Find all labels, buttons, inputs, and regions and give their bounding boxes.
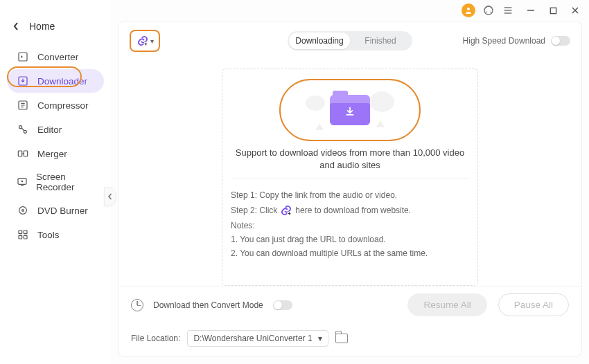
menu-icon[interactable] [502, 4, 514, 17]
file-location-row: File Location: D:\Wondershare UniConvert… [131, 330, 569, 347]
chevron-left-icon [107, 193, 113, 200]
file-location-label: File Location: [131, 334, 180, 343]
notes-heading: Notes: [231, 221, 469, 230]
main-panel: ▾ Downloading Finished High Speed Downlo… [118, 21, 582, 357]
sidebar-item-merger[interactable]: Merger [7, 142, 104, 165]
sidebar-collapse-handle[interactable] [104, 187, 116, 206]
bottom-actions: Resume All Pause All [407, 293, 569, 316]
editor-icon [17, 123, 29, 136]
steps-list: Step 1: Copy the link from the audio or … [231, 179, 469, 258]
step-1: Step 1: Copy the link from the audio or … [231, 190, 469, 200]
paste-url-button[interactable]: ▾ [130, 30, 160, 52]
home-label: Home [29, 21, 55, 32]
home-header[interactable]: Home [0, 15, 111, 44]
sidebar-item-downloader[interactable]: Downloader [7, 69, 104, 93]
svg-point-12 [19, 207, 27, 215]
instructions-panel: Support to download videos from more tha… [222, 69, 478, 286]
cloud-icon [369, 91, 394, 112]
chevron-left-icon [12, 21, 19, 31]
downloader-icon [17, 75, 29, 87]
user-avatar[interactable] [461, 3, 475, 17]
resume-all-button[interactable]: Resume All [407, 293, 486, 316]
sidebar: Home Converter Downloader Compressor Edi… [0, 0, 111, 364]
sidebar-item-label: Compressor [37, 100, 89, 111]
bottom-bar: Download then Convert Mode Resume All Pa… [118, 286, 581, 356]
merger-icon [17, 147, 29, 160]
sidebar-item-label: Editor [37, 125, 62, 135]
drop-zone[interactable] [279, 79, 421, 141]
sidebar-item-label: Tools [37, 230, 60, 240]
svg-rect-14 [19, 230, 22, 234]
caret-down-icon: ▾ [150, 37, 154, 45]
sidebar-item-label: Screen Recorder [36, 172, 94, 192]
high-speed-download: High Speed Download [463, 36, 570, 46]
schedule-icon[interactable] [131, 299, 143, 311]
svg-rect-15 [24, 230, 27, 234]
svg-rect-2 [550, 8, 556, 13]
download-tabs: Downloading Finished [288, 31, 412, 51]
main-topbar: ▾ Downloading Finished High Speed Downlo… [118, 21, 581, 59]
pause-all-button[interactable]: Pause All [498, 293, 569, 316]
decoration-icon [376, 120, 385, 127]
converter-icon [17, 51, 29, 63]
caret-down-icon: ▾ [318, 334, 322, 343]
sidebar-item-tools[interactable]: Tools [7, 223, 104, 246]
svg-point-13 [22, 210, 24, 212]
svg-point-0 [467, 8, 470, 10]
dvd-burner-icon [17, 204, 29, 217]
sidebar-item-label: Downloader [37, 76, 87, 87]
svg-rect-16 [19, 235, 22, 239]
sidebar-item-dvd-burner[interactable]: DVD Burner [7, 199, 104, 222]
convert-mode-label: Download then Convert Mode [153, 300, 263, 310]
step-2-prefix: Step 2: Click [231, 206, 277, 215]
close-button[interactable] [570, 5, 581, 16]
download-arrow-icon [344, 106, 355, 117]
file-location-value: D:\Wondershare UniConverter 1 [193, 334, 312, 343]
person-icon [464, 6, 473, 15]
step-2-suffix: here to download from website. [295, 206, 411, 215]
bottom-left-group: Download then Convert Mode [131, 299, 292, 311]
minimize-button[interactable] [525, 5, 536, 16]
content-area: Support to download videos from more tha… [118, 59, 581, 286]
note-1: 1. You can just drag the URL to download… [231, 235, 469, 244]
open-folder-button[interactable] [335, 334, 348, 343]
sidebar-item-converter[interactable]: Converter [7, 45, 104, 69]
step-2: Step 2: Click here to download from webs… [231, 204, 469, 217]
window-titlebar [461, 0, 589, 21]
svg-rect-9 [24, 151, 27, 156]
link-plus-icon [137, 35, 149, 47]
svg-rect-17 [24, 235, 27, 239]
file-location-select[interactable]: D:\Wondershare UniConverter 1 ▾ [187, 330, 328, 347]
convert-mode-toggle[interactable] [273, 300, 292, 310]
sidebar-item-screen-recorder[interactable]: Screen Recorder [7, 166, 104, 198]
sidebar-item-label: DVD Burner [37, 206, 88, 216]
tab-downloading[interactable]: Downloading [289, 33, 350, 49]
sidebar-item-compressor[interactable]: Compressor [7, 93, 104, 117]
sidebar-item-label: Merger [37, 149, 67, 159]
high-speed-label: High Speed Download [463, 36, 545, 46]
sidebar-item-label: Converter [37, 52, 78, 62]
tab-finished[interactable]: Finished [350, 33, 411, 49]
tools-icon [17, 228, 29, 241]
cloud-icon [306, 95, 325, 111]
sidebar-item-editor[interactable]: Editor [7, 118, 104, 141]
download-folder-icon [330, 95, 370, 125]
maximize-button[interactable] [547, 5, 559, 16]
support-icon[interactable] [482, 4, 495, 17]
decoration-icon [315, 123, 324, 130]
high-speed-toggle[interactable] [551, 36, 570, 46]
svg-rect-8 [18, 151, 21, 156]
screen-recorder-icon [17, 176, 28, 188]
compressor-icon [17, 99, 29, 111]
note-2: 2. You can download multiple URLs at the… [231, 248, 469, 258]
support-text: Support to download videos from more tha… [231, 147, 469, 172]
svg-point-11 [21, 181, 24, 183]
link-plus-icon [280, 204, 292, 217]
